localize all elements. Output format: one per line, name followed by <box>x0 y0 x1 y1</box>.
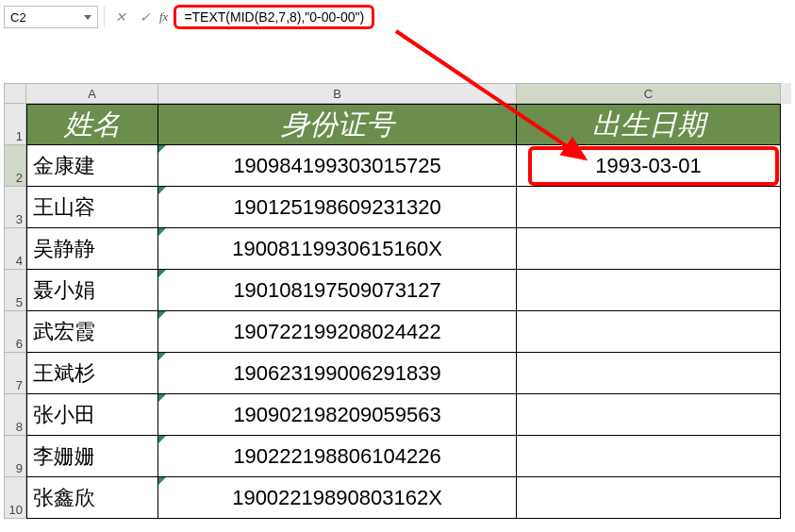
cell-dob[interactable] <box>517 353 781 394</box>
row-header-1[interactable]: 1 <box>4 104 26 145</box>
text-warning-icon <box>158 477 166 485</box>
cell-name[interactable]: 武宏霞 <box>26 311 158 353</box>
cell-dob[interactable] <box>517 187 781 228</box>
cell-name[interactable]: 王斌杉 <box>26 353 158 394</box>
cancel-formula-icon[interactable]: ✕ <box>110 7 131 27</box>
text-warning-icon <box>158 187 166 194</box>
col-header-a[interactable]: A <box>26 83 158 104</box>
col-header-c[interactable]: C <box>517 83 781 104</box>
cell-name[interactable]: 张小田 <box>26 394 158 436</box>
text-warning-icon <box>158 145 166 153</box>
col-header-b[interactable]: B <box>158 83 517 104</box>
formula-input[interactable]: =TEXT(MID(B2,7,8),"0-00-00") <box>174 5 374 29</box>
row-header-2[interactable]: 2 <box>4 145 26 187</box>
text-warning-icon <box>158 311 166 319</box>
row-header-8[interactable]: 8 <box>4 394 26 436</box>
cell-name[interactable]: 聂小娟 <box>26 270 158 311</box>
fx-icon[interactable]: fx <box>159 9 168 25</box>
name-box-value: C2 <box>10 10 26 25</box>
row-header-4[interactable]: 4 <box>4 228 26 270</box>
row-header-7[interactable]: 7 <box>4 353 26 394</box>
select-all-corner[interactable] <box>4 83 26 104</box>
spreadsheet-grid[interactable]: A B C 1 姓名 身份证号 出生日期 2金康建190984199303015… <box>4 83 791 528</box>
cell-dob[interactable] <box>517 270 781 311</box>
cell-dob[interactable] <box>517 228 781 270</box>
header-name[interactable]: 姓名 <box>26 104 158 145</box>
header-dob[interactable]: 出生日期 <box>517 104 781 145</box>
row-header-10[interactable]: 10 <box>4 477 26 519</box>
cell-id[interactable]: 19008119930615160X <box>158 228 517 270</box>
row-header-9[interactable]: 9 <box>4 436 26 477</box>
cell-dob[interactable] <box>517 477 781 519</box>
cell-id[interactable]: 190222198806104226 <box>158 436 517 477</box>
divider <box>104 7 105 27</box>
row-header-6[interactable]: 6 <box>4 311 26 353</box>
cell-id[interactable]: 190125198609231320 <box>158 187 517 228</box>
header-id[interactable]: 身份证号 <box>158 104 517 145</box>
cell-name[interactable]: 王山容 <box>26 187 158 228</box>
cell-id[interactable]: 190902198209059563 <box>158 394 517 436</box>
row-header-3[interactable]: 3 <box>4 187 26 228</box>
cell-dob[interactable] <box>517 311 781 353</box>
text-warning-icon <box>158 436 166 443</box>
cell-id[interactable]: 190722199208024422 <box>158 311 517 353</box>
cell-dob[interactable] <box>517 394 781 436</box>
text-warning-icon <box>158 270 166 277</box>
cell-dob[interactable] <box>517 436 781 477</box>
name-box-dropdown-icon[interactable] <box>84 15 91 20</box>
text-warning-icon <box>158 353 166 360</box>
cell-name[interactable]: 李姗姗 <box>26 436 158 477</box>
text-warning-icon <box>158 228 166 236</box>
row-header-5[interactable]: 5 <box>4 270 26 311</box>
cell-name[interactable]: 金康建 <box>26 145 158 187</box>
cell-dob[interactable]: 1993-03-01 <box>517 145 781 187</box>
cell-id[interactable]: 190623199006291839 <box>158 353 517 394</box>
cell-id[interactable]: 19002219890803162X <box>158 477 517 519</box>
name-box[interactable]: C2 <box>4 6 98 28</box>
text-warning-icon <box>158 394 166 402</box>
accept-formula-icon[interactable]: ✓ <box>135 7 156 27</box>
cell-name[interactable]: 吴静静 <box>26 228 158 270</box>
cell-id[interactable]: 190984199303015725 <box>158 145 517 187</box>
cell-name[interactable]: 张鑫欣 <box>26 477 158 519</box>
cell-id[interactable]: 190108197509073127 <box>158 270 517 311</box>
